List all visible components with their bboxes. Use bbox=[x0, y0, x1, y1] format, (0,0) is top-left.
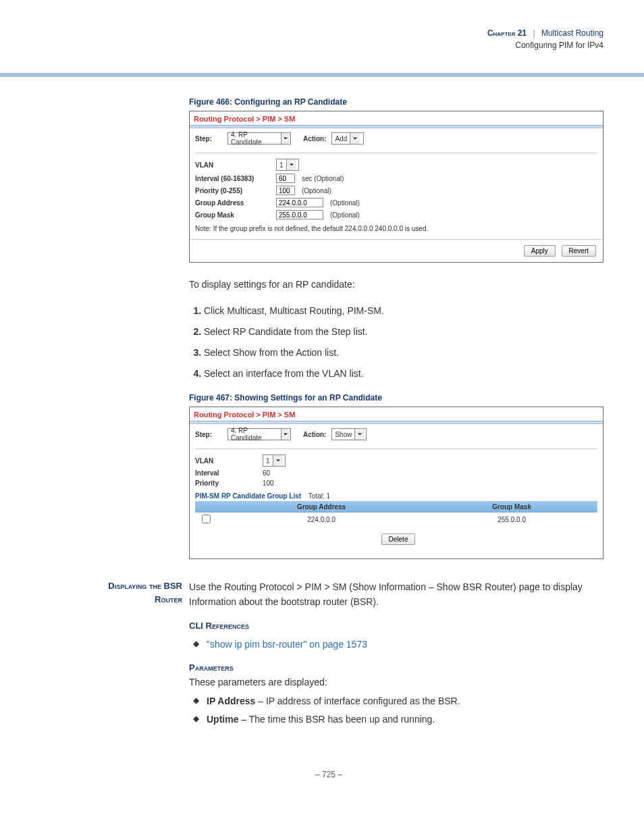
step-3: Select Show from the Action list. bbox=[204, 346, 603, 360]
priority-input[interactable] bbox=[276, 186, 295, 195]
bsr-body: Use the Routing Protocol > PIM > SM (Sho… bbox=[189, 579, 603, 610]
group-list-total: Total: 1 bbox=[308, 492, 330, 500]
interval-label: Interval bbox=[195, 469, 263, 477]
revert-button[interactable]: Revert bbox=[562, 245, 596, 257]
chevron-down-icon bbox=[354, 429, 365, 440]
delete-button[interactable]: Delete bbox=[381, 533, 416, 545]
interval-unit: sec (Optional) bbox=[302, 175, 344, 182]
row-groupaddr: 224.0.0.0 bbox=[217, 513, 426, 527]
parameter-ip-address: IP Address – IP address of interface con… bbox=[189, 694, 603, 708]
priority-value: 100 bbox=[263, 479, 274, 487]
action-label: Action: bbox=[303, 135, 326, 142]
steps-list: Click Multicast, Multicast Routing, PIM-… bbox=[189, 304, 603, 381]
group-list-title: PIM-SM RP Candidate Group List bbox=[195, 492, 301, 500]
row-checkbox[interactable] bbox=[202, 515, 211, 523]
vlan-select[interactable]: 1 bbox=[263, 454, 286, 467]
parameters-heading: Parameters bbox=[189, 661, 603, 675]
chapter-title: Multicast Routing bbox=[541, 28, 603, 38]
figure-466-caption: Figure 466: Configuring an RP Candidate bbox=[189, 97, 603, 107]
page-header: Chapter 21 | Multicast Routing Configuri… bbox=[54, 27, 603, 51]
chevron-down-icon bbox=[350, 133, 360, 144]
step-4: Select an interface from the VLAN list. bbox=[204, 367, 603, 381]
section-title: Displaying the BSR Router bbox=[54, 579, 189, 606]
parameter-uptime: Uptime – The time this BSR has been up a… bbox=[189, 712, 603, 727]
vlan-label: VLAN bbox=[195, 457, 263, 465]
groupaddr-unit: (Optional) bbox=[330, 199, 360, 207]
figure-466-note: Note: If the group prefix is not defined… bbox=[195, 225, 597, 232]
header-subtitle: Configuring PIM for IPv4 bbox=[515, 41, 603, 50]
cli-references-heading: CLI References bbox=[189, 619, 603, 633]
col-groupmask: Group Mask bbox=[426, 501, 597, 513]
step-label: Step: bbox=[195, 135, 222, 142]
parameters-intro: These parameters are displayed: bbox=[189, 675, 603, 689]
action-select[interactable]: Add bbox=[331, 132, 364, 145]
row-groupmask: 255.0.0.0 bbox=[426, 513, 597, 527]
step-label: Step: bbox=[195, 431, 222, 438]
priority-unit: (Optional) bbox=[302, 187, 331, 194]
groupaddr-label: Group Address bbox=[195, 199, 276, 207]
step-select[interactable]: 4. RP Candidate bbox=[227, 428, 291, 440]
vlan-label: VLAN bbox=[195, 161, 276, 169]
page-number: – 725 – bbox=[54, 770, 603, 779]
header-rule bbox=[0, 73, 644, 77]
interval-value: 60 bbox=[263, 469, 270, 477]
chapter-label: Chapter 21 bbox=[487, 28, 527, 38]
groupmask-input[interactable] bbox=[276, 210, 323, 219]
cli-link[interactable]: "show ip pim bsr-router" on page 1573 bbox=[189, 637, 603, 652]
figure-467-caption: Figure 467: Showing Settings for an RP C… bbox=[189, 393, 603, 402]
priority-label: Priority (0-255) bbox=[195, 187, 276, 194]
group-list-table: Group Address Group Mask 224.0.0.0 255.0… bbox=[195, 501, 597, 527]
chevron-down-icon bbox=[281, 133, 290, 144]
vlan-select[interactable]: 1 bbox=[276, 159, 299, 171]
step-select[interactable]: 4. RP Candidate bbox=[227, 132, 291, 145]
action-label: Action: bbox=[303, 431, 326, 438]
col-groupaddr: Group Address bbox=[217, 501, 426, 513]
figure-467-breadcrumb: Routing Protocol > PIM > SM bbox=[190, 407, 603, 421]
chevron-down-icon bbox=[273, 455, 283, 466]
intro-text: To display settings for an RP candidate: bbox=[189, 278, 603, 292]
groupmask-unit: (Optional) bbox=[330, 211, 360, 219]
figure-466-breadcrumb: Routing Protocol > PIM > SM bbox=[190, 111, 603, 125]
separator: | bbox=[533, 28, 535, 38]
action-select[interactable]: Show bbox=[331, 428, 367, 440]
apply-button[interactable]: Apply bbox=[524, 245, 556, 257]
table-row: 224.0.0.0 255.0.0.0 bbox=[195, 513, 597, 527]
interval-input[interactable] bbox=[276, 174, 295, 183]
priority-label: Priority bbox=[195, 479, 263, 487]
interval-label: Interval (60-16383) bbox=[195, 175, 276, 182]
groupmask-label: Group Mask bbox=[195, 211, 276, 219]
figure-467: Routing Protocol > PIM > SM Step: 4. RP … bbox=[189, 407, 603, 559]
chevron-down-icon bbox=[281, 429, 290, 440]
figure-466: Routing Protocol > PIM > SM Step: 4. RP … bbox=[189, 111, 603, 263]
chevron-down-icon bbox=[286, 159, 296, 170]
step-1: Click Multicast, Multicast Routing, PIM-… bbox=[204, 304, 603, 318]
step-2: Select RP Candidate from the Step list. bbox=[204, 325, 603, 339]
groupaddr-input[interactable] bbox=[276, 198, 323, 207]
